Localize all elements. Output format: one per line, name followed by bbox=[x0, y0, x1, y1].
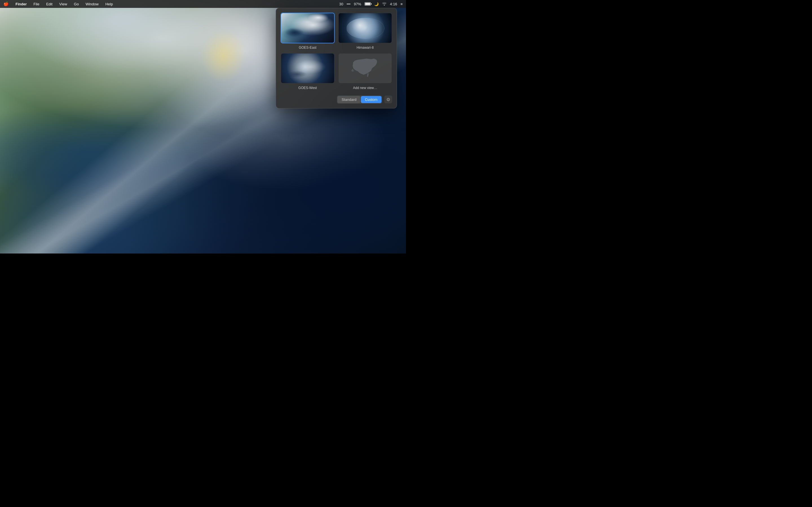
settings-button[interactable]: ⚙ bbox=[384, 96, 392, 103]
satellite-item-goes-east[interactable]: GOES-East bbox=[281, 13, 335, 50]
menubar-calendar[interactable]: 30 bbox=[339, 2, 343, 6]
view-toggle-group: Standard Custom bbox=[337, 96, 382, 104]
menubar-battery-pct: 97% bbox=[354, 2, 361, 6]
standard-button[interactable]: Standard bbox=[338, 96, 360, 103]
himawari-image bbox=[339, 13, 392, 43]
menubar-window[interactable]: Window bbox=[84, 1, 100, 7]
menubar-moon-icon[interactable]: 🌙 bbox=[374, 2, 378, 6]
menubar-edit[interactable]: Edit bbox=[45, 1, 54, 7]
add-new-thumbnail[interactable] bbox=[338, 53, 392, 83]
apple-menu[interactable]: 🍎 bbox=[3, 1, 9, 6]
menubar-list-icon[interactable]: ≡ bbox=[400, 2, 403, 6]
menubar-dots[interactable]: ••• bbox=[347, 2, 350, 6]
battery-icon bbox=[364, 2, 371, 6]
satellite-picker-panel: GOES-East Himawari-8 GOES-West bbox=[276, 8, 397, 108]
menubar-view[interactable]: View bbox=[58, 1, 68, 7]
menubar-finder[interactable]: Finder bbox=[14, 1, 28, 7]
goes-west-label: GOES-West bbox=[298, 86, 317, 90]
menubar-file[interactable]: File bbox=[33, 1, 41, 7]
custom-button[interactable]: Custom bbox=[361, 96, 382, 103]
menubar-time: 4:16 bbox=[390, 2, 397, 6]
satellite-item-add-new[interactable]: Add new view… bbox=[338, 53, 392, 90]
goes-west-thumbnail[interactable] bbox=[281, 53, 335, 83]
add-new-label: Add new view… bbox=[353, 86, 377, 90]
menubar: 🍎 Finder File Edit View Go Window Help 3… bbox=[0, 0, 406, 8]
goes-west-image bbox=[281, 54, 334, 83]
himawari-label: Himawari-8 bbox=[357, 46, 374, 50]
panel-footer: Standard Custom ⚙ bbox=[281, 94, 392, 104]
menubar-wifi-icon[interactable] bbox=[382, 2, 387, 6]
menubar-go[interactable]: Go bbox=[73, 1, 80, 7]
satellite-grid: GOES-East Himawari-8 GOES-West bbox=[281, 13, 392, 90]
goes-east-thumbnail[interactable] bbox=[281, 13, 335, 43]
goes-east-label: GOES-East bbox=[299, 46, 317, 50]
goes-east-image bbox=[281, 13, 334, 43]
satellite-item-goes-west[interactable]: GOES-West bbox=[281, 53, 335, 90]
himawari-thumbnail[interactable] bbox=[338, 13, 392, 43]
gear-icon: ⚙ bbox=[386, 97, 390, 102]
satellite-item-himawari[interactable]: Himawari-8 bbox=[338, 13, 392, 50]
add-new-image bbox=[339, 54, 392, 83]
menubar-help[interactable]: Help bbox=[104, 1, 114, 7]
